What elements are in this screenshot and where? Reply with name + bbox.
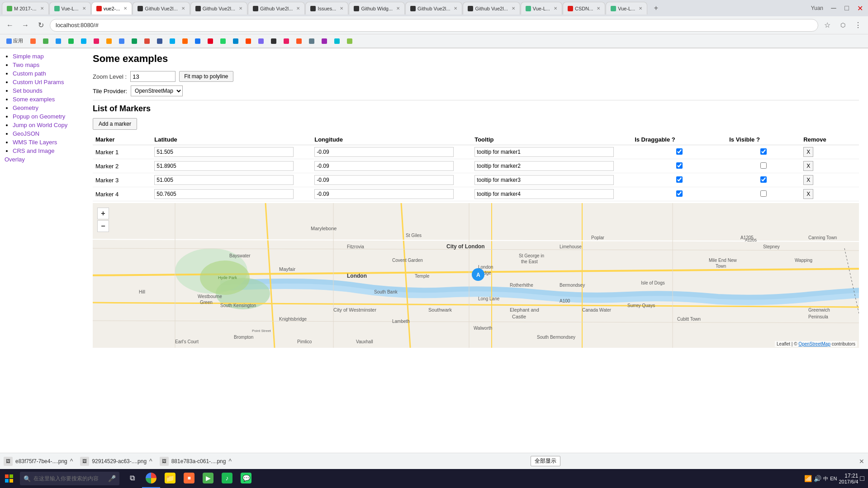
bookmark-4[interactable] xyxy=(66,38,76,45)
tab-10[interactable]: Vue-L... ✕ xyxy=(521,2,562,14)
marker-remove-2[interactable]: X xyxy=(803,175,813,185)
bookmark-25[interactable] xyxy=(332,38,342,45)
bookmark-23[interactable] xyxy=(306,38,317,45)
marker-draggable-1[interactable] xyxy=(676,162,683,169)
tab-close-8[interactable]: ✕ xyxy=(454,6,457,11)
marker-lng-0[interactable] xyxy=(314,147,454,157)
sidebar-item-popup-on-geometry[interactable]: Popup on Geometry xyxy=(13,113,65,120)
sidebar-item-overlay[interactable]: Overlay xyxy=(5,156,25,163)
tab-3[interactable]: Github Vue2l... ✕ xyxy=(133,2,190,14)
marker-lat-3[interactable] xyxy=(154,189,294,199)
sidebar-item-custom-url-params[interactable]: Custom Url Params xyxy=(13,79,64,85)
marker-visible-0[interactable] xyxy=(760,148,767,155)
add-marker-button[interactable]: Add a marker xyxy=(93,118,137,130)
forward-button[interactable]: → xyxy=(19,19,32,32)
tab-6[interactable]: Issues... ✕ xyxy=(305,2,348,14)
bookmark-15[interactable] xyxy=(205,38,216,45)
marker-lng-3[interactable] xyxy=(314,189,454,199)
marker-visible-3[interactable] xyxy=(760,190,767,197)
notification-icon[interactable]: □ xyxy=(860,474,864,483)
bookmark-17[interactable] xyxy=(230,38,241,45)
tab-8[interactable]: Github Vue2l... ✕ xyxy=(405,2,462,14)
tab-close-12[interactable]: ✕ xyxy=(639,6,642,11)
download-arrow-0[interactable]: ^ xyxy=(70,458,73,465)
marker-draggable-2[interactable] xyxy=(676,176,683,183)
menu-button[interactable]: ⋮ xyxy=(852,19,864,32)
sidebar-item-set-bounds[interactable]: Set bounds xyxy=(13,87,43,94)
sidebar-item-geometry[interactable]: Geometry xyxy=(13,104,38,111)
bookmark-3[interactable] xyxy=(53,38,64,45)
download-item-1[interactable]: 🖼 92914529-ac63-....png ^ xyxy=(80,457,152,466)
extensions-button[interactable]: ⬡ xyxy=(836,19,849,32)
bookmark-13[interactable] xyxy=(180,38,190,45)
minimize-button[interactable]: ─ xyxy=(827,2,840,14)
tab-5[interactable]: Github Vue2l... ✕ xyxy=(248,2,305,14)
show-all-downloads-button[interactable]: 全部显示 xyxy=(531,456,560,466)
tab-7[interactable]: Github Widg... ✕ xyxy=(349,2,405,14)
bookmark-button[interactable]: ☆ xyxy=(821,19,834,32)
tab-close-6[interactable]: ✕ xyxy=(340,6,343,11)
taskbar-app-6[interactable]: 💬 xyxy=(237,469,255,488)
mic-icon[interactable]: 🎤 xyxy=(108,475,116,482)
bookmark-1[interactable] xyxy=(28,38,38,45)
marker-tooltip-2[interactable] xyxy=(474,175,614,185)
openstreetmap-link[interactable]: OpenStreetMap xyxy=(798,341,830,346)
download-bar-close[interactable]: ✕ xyxy=(859,458,864,465)
marker-visible-2[interactable] xyxy=(760,176,767,183)
tab-close-4[interactable]: ✕ xyxy=(239,6,242,11)
tab-close-1[interactable]: ✕ xyxy=(82,6,86,11)
close-button[interactable]: ✕ xyxy=(854,2,866,14)
bookmark-22[interactable] xyxy=(294,38,304,45)
bookmark-18[interactable] xyxy=(243,38,254,45)
tab-close-0[interactable]: ✕ xyxy=(40,6,44,11)
bookmark-24[interactable] xyxy=(319,38,330,45)
bookmark-26[interactable] xyxy=(344,38,355,45)
bookmark-16[interactable] xyxy=(218,38,228,45)
marker-lat-2[interactable] xyxy=(154,175,294,185)
marker-lng-2[interactable] xyxy=(314,175,454,185)
download-arrow-2[interactable]: ^ xyxy=(228,458,232,465)
marker-remove-3[interactable]: X xyxy=(803,189,813,199)
sidebar-item-crs-and-image[interactable]: CRS and Image xyxy=(13,147,55,154)
sidebar-item-wms-tile-layers[interactable]: WMS Tile Layers xyxy=(13,139,57,146)
marker-remove-0[interactable]: X xyxy=(803,147,813,157)
taskbar-app-chrome[interactable] xyxy=(142,469,160,488)
marker-remove-1[interactable]: X xyxy=(803,161,813,171)
fit-map-button[interactable]: Fit map to polyline xyxy=(179,71,233,82)
start-button[interactable] xyxy=(0,469,18,488)
marker-tooltip-3[interactable] xyxy=(474,189,614,199)
zoom-input[interactable] xyxy=(130,71,175,82)
taskbar-search-input[interactable] xyxy=(33,475,105,482)
marker-tooltip-1[interactable] xyxy=(474,161,614,171)
tab-4[interactable]: Github Vue2l... ✕ xyxy=(190,2,247,14)
sidebar-item-custom-path[interactable]: Custom path xyxy=(13,70,46,77)
taskbar-app-4[interactable]: ▶ xyxy=(199,469,217,488)
reload-button[interactable]: ↻ xyxy=(34,19,47,32)
bookmark-10[interactable] xyxy=(142,38,152,45)
tab-12[interactable]: Vue-L... ✕ xyxy=(606,2,647,14)
bookmark-9[interactable] xyxy=(129,38,140,45)
bookmark-11[interactable] xyxy=(154,38,165,45)
tab-0[interactable]: M 2017-... ✕ xyxy=(2,2,49,14)
bookmark-21[interactable] xyxy=(281,38,292,45)
tab-1[interactable]: Vue-L... ✕ xyxy=(49,2,91,14)
back-button[interactable]: ← xyxy=(4,19,16,32)
marker-lng-1[interactable] xyxy=(314,161,454,171)
maximize-button[interactable]: □ xyxy=(840,2,853,14)
tab-close-3[interactable]: ✕ xyxy=(181,6,185,11)
sidebar-item-some-examples[interactable]: Some examples xyxy=(13,96,55,103)
taskbar-app-3[interactable]: ■ xyxy=(180,469,198,488)
bookmark-6[interactable] xyxy=(91,38,102,45)
download-item-0[interactable]: 🖼 e83f75f7-7be4-....png ^ xyxy=(4,457,73,466)
taskbar-app-taskview[interactable]: ⧉ xyxy=(123,469,141,488)
address-bar[interactable] xyxy=(50,19,818,32)
tab-9[interactable]: Github Vue2l... ✕ xyxy=(463,2,520,14)
bookmark-5[interactable] xyxy=(78,38,89,45)
sidebar-item-geojson[interactable]: GeoJSON xyxy=(13,130,39,137)
bookmark-14[interactable] xyxy=(192,38,203,45)
marker-tooltip-0[interactable] xyxy=(474,147,614,157)
bookmark-apps[interactable]: 应用 xyxy=(4,37,26,45)
zoom-out-button[interactable]: − xyxy=(97,220,109,232)
bookmark-8[interactable] xyxy=(116,38,127,45)
marker-lat-0[interactable] xyxy=(154,147,294,157)
